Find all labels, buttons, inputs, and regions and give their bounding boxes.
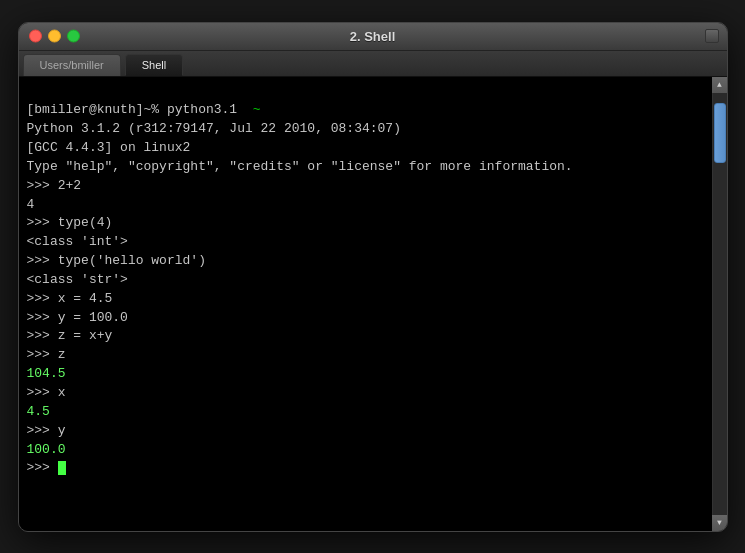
tab-users[interactable]: Users/bmiller <box>23 54 121 76</box>
terminal-output: [bmiller@knuth]~% python3.1 ~ Python 3.1… <box>27 83 704 498</box>
scrollbar[interactable]: ▲ ▼ <box>712 77 727 531</box>
title-bar: 2. Shell <box>19 23 727 51</box>
close-button[interactable] <box>29 30 42 43</box>
cursor <box>58 461 66 475</box>
terminal-window: 2. Shell Users/bmiller Shell [bmiller@kn… <box>18 22 728 532</box>
resize-button[interactable] <box>705 29 719 43</box>
terminal-area: [bmiller@knuth]~% python3.1 ~ Python 3.1… <box>19 77 727 531</box>
scroll-thumb[interactable] <box>714 103 726 163</box>
scroll-up-arrow[interactable]: ▲ <box>712 77 727 93</box>
window-title: 2. Shell <box>350 29 396 44</box>
traffic-lights <box>29 30 80 43</box>
tab-shell[interactable]: Shell <box>125 54 183 76</box>
minimize-button[interactable] <box>48 30 61 43</box>
scroll-track[interactable] <box>713 93 727 515</box>
maximize-button[interactable] <box>67 30 80 43</box>
terminal-content[interactable]: [bmiller@knuth]~% python3.1 ~ Python 3.1… <box>19 77 712 531</box>
tab-users-label: Users/bmiller <box>40 59 104 71</box>
tab-shell-label: Shell <box>142 59 166 71</box>
scroll-down-arrow[interactable]: ▼ <box>712 515 727 531</box>
tabs-bar: Users/bmiller Shell <box>19 51 727 77</box>
